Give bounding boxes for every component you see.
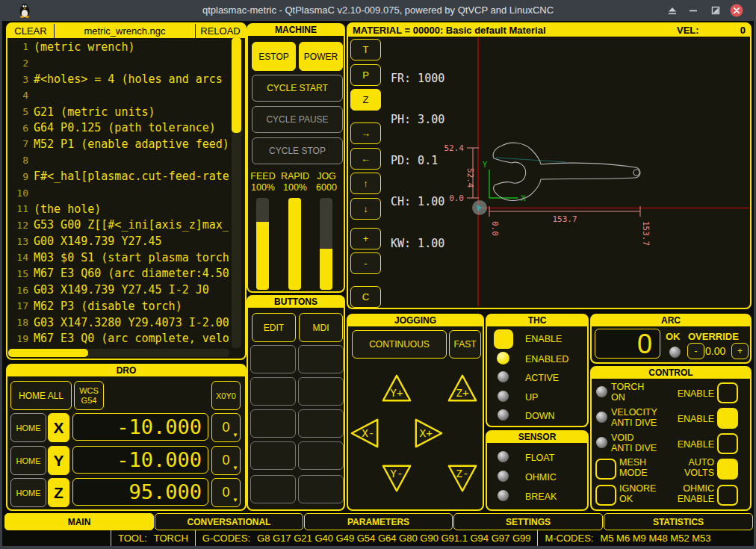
wcs-g54-button[interactable]: WCS G54	[74, 381, 104, 410]
rapid-slider-fill	[288, 198, 301, 290]
user-buttons-title: BUTTONS	[248, 297, 344, 308]
tab-statistics[interactable]: STATISTICS	[604, 513, 753, 530]
ignore-ok-label: IGNOREOK	[619, 483, 656, 504]
ignore-ok-checkbox[interactable]	[595, 485, 616, 506]
velocity-enable-checkbox[interactable]	[717, 408, 738, 429]
dim-height-side: 52.4	[465, 168, 475, 188]
clear-button[interactable]: CLEAR	[7, 24, 55, 38]
zero-x-dropdown-icon[interactable]: ▼	[232, 432, 238, 438]
feed-slider-fill	[256, 222, 269, 290]
dro-panel-title: DRO	[7, 365, 245, 376]
dimension-annotations: 52.4 0.0 52.4 153.7 0.0 153.7	[444, 143, 651, 246]
user-button-blank[interactable]	[298, 441, 344, 470]
arc-panel-title: ARC	[592, 315, 750, 326]
torch-on-label: TORCHON	[611, 382, 644, 403]
thc-enabled-label: ENABLED	[525, 354, 568, 365]
zero-y-dropdown-icon[interactable]: ▼	[232, 465, 238, 471]
restore-icon[interactable]	[710, 5, 721, 16]
jog-y-minus-button[interactable]: Y-	[380, 462, 413, 494]
user-button-blank[interactable]	[250, 409, 296, 438]
jog-continuous-button[interactable]: CONTINUOUS	[352, 330, 447, 359]
user-button-blank[interactable]	[250, 377, 296, 406]
y-axis-label: Y	[483, 160, 488, 170]
auto-volts-checkbox[interactable]	[717, 459, 738, 480]
control-panel-title: CONTROL	[592, 367, 750, 379]
gcode-listing[interactable]: 1(metric wrench) 2 3#<holes> = 4 (holes …	[9, 39, 229, 347]
home-x-button[interactable]: HOME	[10, 413, 46, 442]
user-button-blank[interactable]	[298, 475, 344, 503]
mesh-mode-label: MESHMODE	[619, 457, 648, 478]
feed-override-slider[interactable]	[256, 198, 269, 290]
home-z-button[interactable]: HOME	[10, 478, 46, 507]
titlebar[interactable]: qtplasmac-metric - QtPlasmaC v2.10-009.0…	[0, 0, 756, 21]
power-button[interactable]: POWER	[299, 42, 343, 71]
thc-enable-label: ENABLE	[525, 334, 562, 344]
mesh-mode-checkbox[interactable]	[595, 459, 616, 480]
reload-button[interactable]: RELOAD	[195, 24, 245, 38]
gcode-hscroll-handle[interactable]	[8, 349, 88, 357]
gcode-horizontal-scrollbar[interactable]	[8, 349, 229, 357]
close-icon[interactable]	[730, 4, 743, 17]
jog-z-minus-button[interactable]: Z-	[446, 462, 479, 494]
tab-settings[interactable]: SETTINGS	[453, 513, 603, 530]
axis-x-button[interactable]: X	[48, 413, 69, 442]
x0y0-button[interactable]: X0Y0	[211, 381, 241, 410]
velocity-enable-label: ENABLE	[657, 414, 714, 424]
jog-x-minus-button[interactable]: X-	[348, 417, 381, 450]
void-anti-dive-led	[596, 437, 607, 448]
gcode-line: 1(metric wrench)	[9, 39, 229, 55]
tab-main[interactable]: MAIN	[4, 513, 154, 530]
user-button-blank[interactable]	[250, 345, 296, 373]
mcodes-status: M-CODES: M5 M6 M9 M48 M52 M53	[537, 530, 717, 546]
axis-z-button[interactable]: Z	[48, 478, 69, 507]
user-button-blank[interactable]	[250, 441, 296, 470]
preview-plot[interactable]: 52.4 0.0 52.4 153.7 0.0 153.7 Y X	[348, 37, 750, 306]
thc-down-label: DOWN	[525, 411, 555, 421]
home-all-button[interactable]: HOME ALL	[10, 381, 72, 410]
torch-enable-checkbox[interactable]	[717, 382, 738, 403]
void-enable-checkbox[interactable]	[717, 433, 738, 454]
gcode-vscroll-handle[interactable]	[232, 37, 241, 133]
jog-z-plus-button[interactable]: Z+	[446, 372, 479, 405]
jog-rate-slider[interactable]	[320, 198, 332, 290]
wrench-toolpath	[493, 143, 640, 200]
gcode-vertical-scrollbar[interactable]	[232, 37, 241, 348]
edit-button[interactable]: EDIT	[252, 313, 296, 342]
jog-fast-button[interactable]: FAST	[449, 330, 481, 359]
void-anti-dive-label: VOIDANTI DIVE	[611, 432, 657, 453]
zero-z-dropdown-icon[interactable]: ▼	[232, 497, 238, 503]
user-button-blank[interactable]	[298, 345, 344, 373]
gcode-line: 7M52 P1 (enable adaptive feed)	[9, 136, 229, 152]
estop-button[interactable]: ESTOP	[252, 42, 296, 71]
user-button-blank[interactable]	[250, 475, 296, 503]
material-label[interactable]: MATERIAL = 00000: Basic default Material	[353, 24, 546, 37]
loaded-file-name[interactable]: metric_wrench.ngc	[55, 24, 195, 38]
jog-x-plus-button[interactable]: X+	[412, 417, 445, 450]
rapid-override-slider[interactable]	[288, 198, 301, 290]
axis-y-button[interactable]: Y	[48, 446, 69, 475]
cycle-pause-button[interactable]: CYCLE PAUSE	[252, 106, 343, 133]
cycle-stop-button[interactable]: CYCLE STOP	[252, 137, 343, 164]
user-button-blank[interactable]	[298, 409, 344, 438]
shade-window-icon[interactable]	[667, 5, 678, 16]
home-y-button[interactable]: HOME	[10, 446, 46, 475]
sensor-break-label: BREAK	[525, 491, 557, 502]
machine-boundary	[478, 37, 749, 306]
minimize-icon[interactable]	[688, 5, 698, 16]
tab-parameters[interactable]: PARAMETERS	[304, 513, 453, 530]
thc-enable-checkbox[interactable]	[494, 329, 513, 349]
cycle-start-button[interactable]: CYCLE START	[252, 75, 343, 102]
user-button-blank[interactable]	[298, 377, 344, 406]
arc-override-plus-button[interactable]: +	[731, 343, 749, 359]
jog-y-plus-button[interactable]: Y+	[380, 372, 413, 405]
gcode-line: 12G53 G00 Z[[#<_ini[axis_z]max_	[9, 217, 229, 234]
mdi-button[interactable]: MDI	[299, 313, 343, 342]
gcode-line: 5G21 (metric units)	[9, 104, 229, 120]
arc-voltage-display: 0	[595, 329, 660, 359]
origin-axes: Y X	[483, 160, 526, 203]
ohmic-enable-checkbox[interactable]	[717, 485, 738, 506]
feed-override-label: FEED	[248, 171, 278, 182]
velocity-anti-dive-led	[596, 412, 607, 423]
tab-conversational[interactable]: CONVERSATIONAL	[155, 513, 303, 530]
arc-override-minus-button[interactable]: -	[687, 343, 704, 359]
